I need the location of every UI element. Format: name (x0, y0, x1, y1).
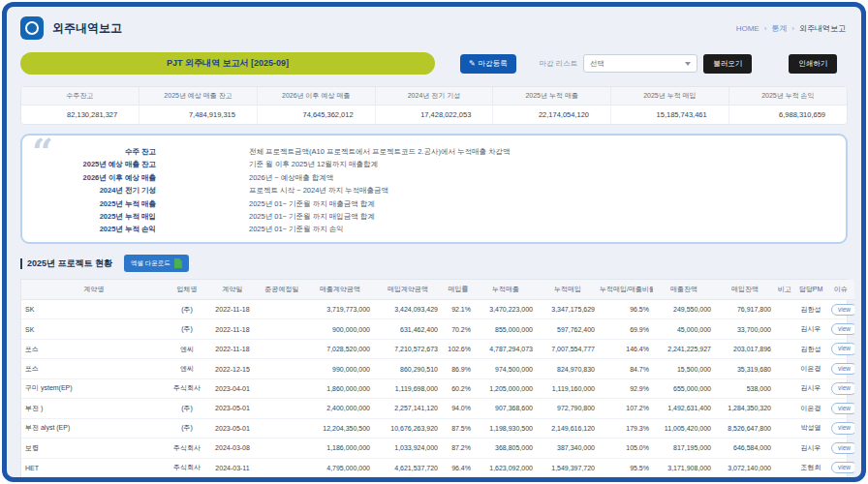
purchase-sales-ratio-cell: 179.3% (599, 418, 653, 438)
cumulative-purchase-cell: 597,762,400 (537, 319, 599, 339)
view-button[interactable]: view (831, 343, 854, 354)
contract-name-cell: TAE (21, 477, 167, 482)
column-header: 계약일 (207, 280, 258, 300)
definition-row: 2025년 누적 매출 2025년 01~ 기준월 까지 매출금액 합계 (51, 197, 834, 210)
column-header: 매입계약금액 (374, 280, 442, 300)
report-logo-icon (20, 16, 44, 40)
purchase-balance-cell: 35,319,680 (715, 359, 775, 378)
pm-cell: 박성열 (794, 418, 827, 438)
view-button[interactable]: view (831, 323, 854, 335)
project-table: 계약명업체명계약일준공예정일매출계약금액매입계약금액매입률누적매출누적매입누적매… (20, 279, 848, 482)
sales-contract-amount-cell: 3,719,773,000 (306, 300, 374, 319)
column-header: 비고 (775, 280, 794, 300)
closing-register-button[interactable]: ✎ 마감등록 (460, 54, 516, 74)
pencil-icon: ✎ (469, 60, 476, 68)
load-button[interactable]: 불러오기 (703, 54, 752, 74)
closing-register-label: 마감등록 (479, 59, 508, 69)
purchase-contract-amount-cell: 1,033,924,000 (374, 439, 442, 458)
summary-header: 2024년 전기 기성 (375, 87, 493, 106)
excel-download-button[interactable]: 엑셀 다운로드 (124, 255, 189, 272)
view-button[interactable]: view (831, 442, 854, 454)
sales-balance-cell: 1,492,631,400 (653, 399, 715, 418)
project-table-header-row: 계약명업체명계약일준공예정일매출계약금액매입계약금액매입률누적매출누적매입누적매… (21, 280, 854, 300)
cumulative-purchase-cell: 4,736,976,654 (537, 477, 599, 482)
view-button[interactable]: view (831, 363, 854, 375)
issue-cell: view (827, 418, 854, 438)
due-date-cell (258, 378, 306, 398)
note-cell (775, 418, 794, 438)
vendor-cell: 주식회사 (167, 439, 207, 458)
sales-balance-cell: 3,171,908,000 (653, 458, 715, 477)
project-table-body: SK(주)2022-11-183,719,773,0003,424,093,42… (21, 300, 854, 483)
pm-cell: 조진희 (794, 477, 827, 482)
vendor-cell: 주식회사 (167, 378, 207, 398)
due-date-cell (258, 418, 306, 438)
definition-desc: 전체 프로젝트금액(A10 프로젝트에서 프로젝트코드 2.공사)에서 누적매출… (249, 145, 511, 158)
view-button[interactable]: view (831, 481, 854, 482)
purchase-contract-amount-cell: 10,584,412,654 (374, 477, 442, 482)
purchase-balance-cell: 1,284,350,320 (715, 399, 775, 418)
purchase-sales-ratio-cell: 69.9% (599, 319, 653, 339)
contract-name-cell: HET (21, 458, 167, 477)
purchase-sales-ratio-cell: 96.5% (599, 300, 653, 319)
column-header: 계약명 (21, 280, 167, 300)
cumulative-purchase-cell: 972,790,800 (537, 399, 599, 418)
column-header: 매출계약금액 (306, 280, 374, 300)
purchase-balance-cell: 3,072,140,000 (715, 458, 775, 477)
purchase-balance-cell: 33,700,000 (715, 319, 775, 339)
purchase-rate-cell: 87.5% (442, 418, 475, 438)
sales-contract-amount-cell: 12,204,350,500 (306, 418, 374, 438)
column-header: 누적매입/매출비율 (599, 280, 653, 300)
purchase-contract-amount-cell: 631,462,400 (374, 319, 442, 339)
view-button[interactable]: view (831, 403, 854, 414)
summary-header: 2026년 이후 예상 매출 (257, 87, 375, 106)
purchase-contract-amount-cell: 1,119,698,000 (374, 378, 442, 398)
contract-date-cell: 2022-12-15 (207, 359, 258, 378)
breadcrumb-home-link[interactable]: HOME (736, 24, 760, 33)
cumulative-purchase-cell: 2,149,616,120 (537, 418, 599, 438)
contract-name-cell: 부전 alyst (EP) (21, 418, 167, 438)
purchase-balance-cell: 203,017,896 (715, 339, 775, 358)
summary-value: 82,130,281,327 (21, 106, 140, 125)
due-date-cell (258, 439, 306, 458)
pm-cell: 김한성 (794, 339, 827, 358)
breadcrumb-stats-link[interactable]: 통계 (771, 23, 787, 34)
column-header: 이슈 (827, 280, 854, 300)
purchase-contract-amount-cell: 10,676,263,920 (374, 418, 442, 438)
purchase-sales-ratio-cell: 84.7% (599, 359, 653, 378)
closing-list-select[interactable]: 선택 (583, 54, 698, 73)
definition-term: 2025년 누적 손익 (51, 223, 156, 235)
definition-desc: 2026년 ~ 예상매출 합계액 (249, 171, 333, 184)
view-button[interactable]: view (831, 304, 854, 316)
contract-name-cell: 보령 (21, 439, 167, 458)
summary-header: 2025년 누적 매출 (493, 87, 611, 106)
summary-value: 6,988,310,659 (728, 106, 847, 125)
view-button[interactable]: view (831, 382, 854, 394)
issue-cell: view (827, 477, 854, 482)
definition-row: 2025년 누적 손익 2025년 01~ 기준월 까지 손익 (51, 223, 834, 235)
contract-date-cell: 2023-05-01 (207, 418, 258, 438)
table-row: 포스엔씨2022-11-187,028,520,0007,210,572,673… (21, 339, 854, 358)
column-header: 담당PM (794, 280, 827, 300)
contract-date-cell: 2022-11-18 (207, 319, 258, 339)
print-button[interactable]: 인쇄하기 (789, 54, 837, 74)
note-cell (775, 477, 794, 482)
purchase-balance-cell: 5,847,436,000 (715, 477, 775, 482)
purchase-sales-ratio-cell: 92.9% (599, 378, 653, 398)
definition-desc: 프로젝트 시작 ~ 2024년 까지 누적매출금액 (249, 184, 388, 197)
purchase-rate-cell: 60.2% (442, 378, 475, 398)
sales-contract-amount-cell: 4,795,000,000 (306, 458, 374, 477)
issue-cell: view (827, 399, 854, 418)
view-button[interactable]: view (831, 422, 854, 434)
definition-desc: 2025년 01~ 기준월 까지 매입금액 합계 (249, 210, 375, 223)
sales-balance-cell: 11,005,420,000 (653, 418, 715, 438)
summary-strip: 수주잔고 2025년 예상 매출 잔고 2026년 이후 예상 매출 2024년… (20, 86, 848, 125)
contract-name-cell: 부전 ) (21, 399, 167, 418)
note-cell (775, 439, 794, 458)
view-button[interactable]: view (831, 462, 854, 473)
contract-name-cell: 포스 (21, 359, 167, 378)
definition-term: 2025년 누적 매출 (51, 197, 156, 210)
table-row: SK(주)2022-11-18900,000,000631,462,40070.… (21, 319, 854, 339)
sales-balance-cell: 2,241,225,927 (653, 339, 715, 358)
contract-date-cell: 2022-11-18 (207, 339, 258, 358)
